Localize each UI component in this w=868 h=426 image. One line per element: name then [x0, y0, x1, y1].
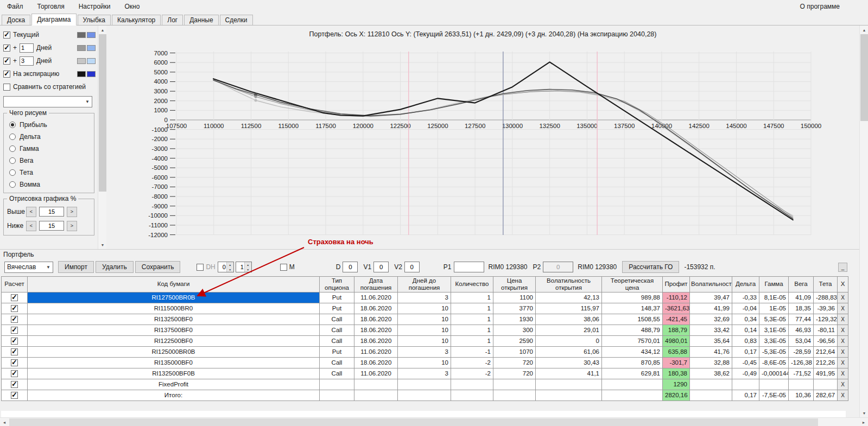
scroll-down-icon[interactable]: ▼: [98, 240, 107, 249]
cell-delta[interactable]: 0,14: [732, 325, 759, 335]
below-increment-button[interactable]: >: [67, 221, 77, 231]
cell-vega[interactable]: 77,44: [789, 314, 814, 325]
cell-quantity[interactable]: -2: [451, 368, 493, 379]
cell-profit[interactable]: 1290: [663, 379, 690, 390]
row-calc-checkbox[interactable]: [11, 359, 18, 366]
vertical-scrollbar[interactable]: ▲ ▼: [859, 26, 868, 417]
cell-maturity-date[interactable]: 18.06.2020: [354, 325, 398, 335]
cell-volatility[interactable]: 32,69: [690, 314, 732, 325]
cell-quantity[interactable]: -2: [451, 357, 493, 368]
cell-maturity-date[interactable]: [354, 379, 398, 390]
plus1-color-swatch-1[interactable]: [77, 45, 86, 51]
current-color-swatch-1[interactable]: [77, 32, 86, 38]
cell-theoretical-price[interactable]: [602, 379, 663, 390]
cell-code[interactable]: RI135000BF0: [28, 357, 320, 368]
hscroll-left-icon[interactable]: ◄: [0, 418, 9, 426]
cell-quantity[interactable]: 1: [451, 314, 493, 325]
v2-field[interactable]: [404, 262, 420, 272]
expiration-checkbox[interactable]: [3, 71, 10, 78]
strategy-select[interactable]: ▼: [3, 96, 92, 107]
tab-log[interactable]: Лог: [162, 15, 183, 25]
horizontal-scrollbar[interactable]: ◄ ►: [0, 417, 868, 426]
cell-code[interactable]: RI127500BR0B: [28, 292, 320, 303]
current-color-swatch-2[interactable]: [87, 32, 96, 38]
tab-calculator[interactable]: Калькулятор: [112, 15, 161, 25]
cell-profit[interactable]: -3621,63: [663, 303, 690, 314]
cell-profit[interactable]: 188,79: [663, 325, 690, 335]
plus3-color-swatch-1[interactable]: [77, 58, 86, 64]
cell-profit[interactable]: 635,88: [663, 346, 690, 357]
cell-open-volatility[interactable]: 0: [536, 335, 602, 346]
cell-option-type[interactable]: [320, 390, 354, 400]
cell-theoretical-price[interactable]: 629,81: [602, 368, 663, 379]
cell-theta[interactable]: 212,64: [814, 346, 838, 357]
cell-maturity-date[interactable]: 18.06.2020: [354, 357, 398, 368]
cell-gamma[interactable]: 5,3E-05: [759, 314, 789, 325]
cell-theta[interactable]: 212,26: [814, 357, 838, 368]
left-panel-scrollbar-thumb[interactable]: [99, 34, 106, 192]
cell-maturity-date[interactable]: 18.06.2020: [354, 314, 398, 325]
cell-open-volatility[interactable]: 38,06: [536, 314, 602, 325]
cell-volatility[interactable]: [690, 390, 732, 400]
cell-option-type[interactable]: Put: [320, 303, 354, 314]
above-increment-button[interactable]: >: [67, 207, 77, 217]
radio-1[interactable]: [9, 133, 16, 140]
tab-diagram[interactable]: Диаграмма: [31, 14, 76, 26]
cell-maturity-date[interactable]: 11.06.2020: [354, 292, 398, 303]
cell-option-type[interactable]: [320, 379, 354, 390]
cell-gamma[interactable]: 1E-05: [759, 303, 789, 314]
cell-code[interactable]: RI122500BF0: [28, 335, 320, 346]
cell-vega[interactable]: 53,04: [789, 335, 814, 346]
cell-theoretical-price[interactable]: 148,37: [602, 303, 663, 314]
dh-spinner-1-value[interactable]: [218, 262, 226, 272]
cell-calc[interactable]: [2, 314, 28, 325]
cell-days-left[interactable]: 10: [398, 314, 451, 325]
row-delete-button[interactable]: X: [838, 335, 848, 346]
cell-code[interactable]: RI132500BF0: [28, 314, 320, 325]
cell-quantity[interactable]: [451, 379, 493, 390]
m-checkbox[interactable]: [280, 264, 287, 271]
v1-field[interactable]: [373, 262, 389, 272]
cell-quantity[interactable]: 1: [451, 292, 493, 303]
cell-open-price[interactable]: 1070: [493, 346, 536, 357]
cell-vega[interactable]: -28,59: [789, 346, 814, 357]
tab-board[interactable]: Доска: [2, 15, 30, 25]
cell-profit[interactable]: -301,7: [663, 357, 690, 368]
row-calc-checkbox[interactable]: [11, 316, 18, 323]
below-decrement-button[interactable]: <: [26, 221, 36, 231]
cell-profit[interactable]: 4980,01: [663, 335, 690, 346]
cell-theoretical-price[interactable]: 488,79: [602, 325, 663, 335]
cell-quantity[interactable]: [451, 390, 493, 400]
cell-code[interactable]: FixedProfit: [28, 379, 320, 390]
cell-maturity-date[interactable]: 11.06.2020: [354, 368, 398, 379]
cell-vega[interactable]: -126,38: [789, 357, 814, 368]
row-calc-checkbox[interactable]: [11, 381, 18, 388]
cell-volatility[interactable]: [690, 379, 732, 390]
plus3-days-input[interactable]: [20, 56, 34, 66]
cell-vega[interactable]: 18,35: [789, 303, 814, 314]
calc-go-button[interactable]: Рассчитать ГО: [622, 261, 679, 273]
cell-days-left[interactable]: 10: [398, 303, 451, 314]
vscroll-down-icon[interactable]: ▼: [860, 409, 868, 417]
scroll-up-icon[interactable]: ▲: [98, 26, 107, 34]
cell-calc[interactable]: [2, 325, 28, 335]
cell-theoretical-price[interactable]: 434,12: [602, 346, 663, 357]
cell-quantity[interactable]: 1: [451, 335, 493, 346]
spinner-up-icon[interactable]: ▲: [227, 262, 233, 267]
cell-vega[interactable]: -71,52: [789, 368, 814, 379]
cell-gamma[interactable]: -0,000144: [759, 368, 789, 379]
expiration-color-swatch-2[interactable]: [87, 71, 96, 77]
cell-open-price[interactable]: 720: [493, 357, 536, 368]
current-checkbox[interactable]: [3, 31, 10, 39]
cell-open-volatility[interactable]: 29,01: [536, 325, 602, 335]
cell-volatility[interactable]: 33,42: [690, 325, 732, 335]
cell-option-type[interactable]: Put: [320, 346, 354, 357]
row-delete-button[interactable]: X: [838, 303, 848, 314]
cell-profit[interactable]: -421,45: [663, 314, 690, 325]
cell-days-left[interactable]: 10: [398, 325, 451, 335]
tab-data[interactable]: Данные: [184, 15, 218, 25]
menu-item-window[interactable]: Окно: [118, 1, 147, 12]
plus3-checkbox[interactable]: [3, 58, 10, 65]
cell-code[interactable]: RI125000BR0B: [28, 346, 320, 357]
about-menu-item[interactable]: О программе: [793, 1, 847, 12]
